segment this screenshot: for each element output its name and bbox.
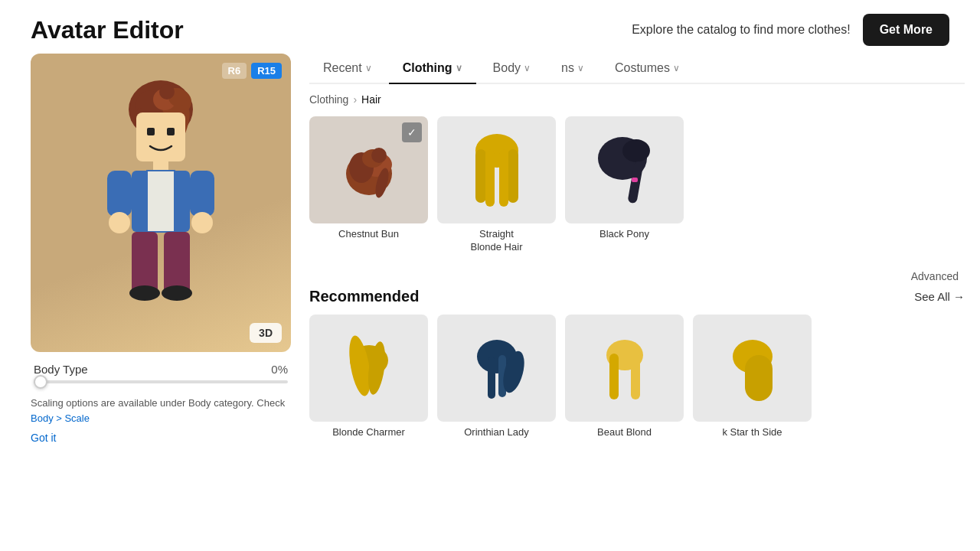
svg-rect-30 <box>475 149 486 203</box>
item-card-blonde-hair[interactable]: StraightBlonde Hair <box>437 116 556 254</box>
rec-name-blonde-charmer: Blonde Charmer <box>309 426 428 439</box>
blonde-hair-icon <box>462 128 531 212</box>
breadcrumb-hair: Hair <box>361 93 381 106</box>
orinthian-lady-icon <box>466 334 528 403</box>
item-name-black-pony: Black Pony <box>565 228 684 241</box>
breadcrumb: Clothing › Hair <box>309 93 965 106</box>
recommended-title: Recommended <box>309 288 419 305</box>
recommended-header: Recommended See All → <box>309 288 965 305</box>
chevron-down-icon: ∨ <box>524 63 531 73</box>
main-layout: R6 R15 <box>0 54 980 446</box>
rec-name-orinthian-lady: Orinthian Lady <box>437 426 556 439</box>
svg-rect-13 <box>147 171 175 232</box>
recommended-grid: Blonde Charmer Orinthian Lady <box>309 315 965 439</box>
tab-ns-label: ns <box>561 61 574 75</box>
svg-point-16 <box>109 212 130 233</box>
chevron-down-icon: ∨ <box>673 63 680 73</box>
rec-name-beaut-blond: Beaut Blond <box>565 426 684 439</box>
item-grid: ✓ Chestnut Bun <box>309 116 965 254</box>
black-pony-icon <box>590 132 659 208</box>
svg-rect-8 <box>136 112 185 161</box>
3d-button[interactable]: 3D <box>250 323 282 343</box>
header-promo: Explore the catalog to find more clothes… <box>632 23 851 37</box>
header-right: Explore the catalog to find more clothes… <box>632 14 949 46</box>
svg-rect-49 <box>745 355 773 401</box>
tab-body-label: Body <box>493 61 521 75</box>
blonde-charmer-icon <box>338 334 400 403</box>
svg-rect-17 <box>190 171 214 217</box>
beaut-blond-icon <box>594 334 655 403</box>
svg-point-21 <box>129 285 160 301</box>
body-type-label: Body Type <box>34 363 88 376</box>
rec-thumb-star-side <box>693 315 812 422</box>
chevron-down-icon: ∨ <box>456 63 462 73</box>
svg-rect-33 <box>499 149 508 207</box>
item-card-black-pony[interactable]: Black Pony <box>565 116 684 254</box>
body-type-pct: 0% <box>271 363 288 376</box>
left-panel: R6 R15 <box>31 54 291 446</box>
item-selected-check: ✓ <box>402 122 422 142</box>
see-all-link[interactable]: See All → <box>914 290 965 303</box>
tab-costumes[interactable]: Costumes ∨ <box>601 54 694 83</box>
get-more-button[interactable]: Get More <box>863 14 949 46</box>
svg-rect-11 <box>153 161 168 171</box>
svg-rect-19 <box>132 232 158 293</box>
item-name-blonde-hair: StraightBlonde Hair <box>437 228 556 254</box>
item-thumb-black-pony <box>565 116 684 223</box>
chestnut-bun-icon <box>335 135 403 204</box>
svg-rect-46 <box>609 354 619 399</box>
svg-rect-32 <box>485 149 495 207</box>
tab-ns[interactable]: ns ∨ <box>547 54 598 83</box>
svg-rect-15 <box>107 171 132 217</box>
breadcrumb-clothing[interactable]: Clothing <box>309 93 348 106</box>
body-scale-link[interactable]: Body > Scale <box>31 412 90 424</box>
chevron-down-icon: ∨ <box>577 63 584 73</box>
right-panel: Recent ∨ Clothing ∨ Body ∨ ns ∨ Costumes… <box>291 54 965 446</box>
svg-rect-47 <box>631 354 640 399</box>
svg-point-22 <box>162 285 192 301</box>
svg-rect-20 <box>164 232 190 293</box>
chevron-down-icon: ∨ <box>365 63 372 73</box>
rec-card-orinthian-lady[interactable]: Orinthian Lady <box>437 315 556 439</box>
star-side-icon <box>722 334 783 403</box>
item-card-chestnut-bun[interactable]: ✓ Chestnut Bun <box>309 116 428 254</box>
rec-card-beaut-blond[interactable]: Beaut Blond <box>565 315 684 439</box>
rec-card-star-side[interactable]: k Star th Side <box>693 315 812 439</box>
advanced-link[interactable]: Advanced <box>911 270 959 282</box>
avatar-svg <box>92 80 230 325</box>
rec-thumb-beaut-blond <box>565 315 684 422</box>
rec-name-star-side: k Star th Side <box>693 426 812 439</box>
r15-badge[interactable]: R15 <box>251 63 282 79</box>
tab-recent[interactable]: Recent ∨ <box>309 54 386 83</box>
rec-thumb-blonde-charmer <box>309 315 428 422</box>
scaling-notice-text: Scaling options are available under Body… <box>31 397 285 409</box>
app-title: Avatar Editor <box>31 16 184 44</box>
tab-clothing[interactable]: Clothing ∨ <box>389 54 476 83</box>
scaling-notice: Scaling options are available under Body… <box>31 396 291 446</box>
got-it-button[interactable]: Got it <box>31 432 56 444</box>
svg-rect-9 <box>147 128 155 135</box>
svg-point-5 <box>159 84 175 99</box>
svg-point-27 <box>371 148 387 163</box>
item-thumb-blonde-hair <box>437 116 556 223</box>
rec-card-blonde-charmer[interactable]: Blonde Charmer <box>309 315 428 439</box>
rec-thumb-orinthian-lady <box>437 315 556 422</box>
tab-recent-label: Recent <box>323 61 362 75</box>
r6-badge[interactable]: R6 <box>222 63 247 79</box>
tab-navigation: Recent ∨ Clothing ∨ Body ∨ ns ∨ Costumes… <box>309 54 965 84</box>
svg-point-35 <box>622 139 650 162</box>
advanced-area: Advanced <box>309 269 965 283</box>
tab-costumes-label: Costumes <box>615 61 670 75</box>
item-thumb-chestnut-bun: ✓ <box>309 116 428 223</box>
svg-rect-31 <box>508 149 518 203</box>
tab-body[interactable]: Body ∨ <box>479 54 544 83</box>
tab-clothing-label: Clothing <box>403 61 452 75</box>
item-name-chestnut-bun: Chestnut Bun <box>309 228 428 241</box>
recommended-section: Recommended See All → Blonde Charmer <box>309 288 965 439</box>
avatar-preview: R6 R15 <box>31 54 291 352</box>
slider-thumb[interactable] <box>34 375 47 389</box>
body-type-slider[interactable] <box>34 380 288 383</box>
svg-rect-10 <box>167 128 175 135</box>
body-type-section: Body Type 0% <box>31 363 291 383</box>
breadcrumb-separator: › <box>353 93 357 106</box>
